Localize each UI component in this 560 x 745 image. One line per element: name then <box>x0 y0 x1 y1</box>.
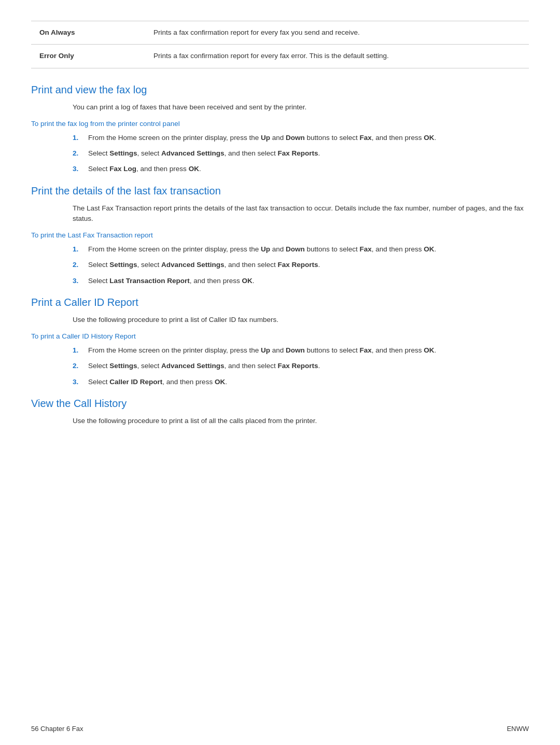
last-fax-intro: The Last Fax Transaction report prints t… <box>73 203 529 224</box>
step-3: 3. Select Caller ID Report, and then pre… <box>73 377 529 387</box>
page-content: On Always Prints a fax confirmation repo… <box>0 0 560 478</box>
caller-id-steps: 1. From the Home screen on the printer d… <box>73 345 529 387</box>
step-number-3: 3. <box>73 276 88 286</box>
subsection-title-caller-id: To print a Caller ID History Report <box>31 332 529 340</box>
section-title-caller-id: Print a Caller ID Report <box>31 297 529 308</box>
step-2: 2. Select Settings, select Advanced Sett… <box>73 148 529 159</box>
step-number-1: 1. <box>73 345 88 356</box>
step-text-1: From the Home screen on the printer disp… <box>88 244 529 255</box>
table-cell-desc: Prints a fax confirmation report for eve… <box>145 21 529 45</box>
section-caller-id: Print a Caller ID Report Use the followi… <box>31 297 529 387</box>
step-text-2: Select Settings, select Advanced Setting… <box>88 260 529 270</box>
subsection-title-fax-log-panel: To print the fax log from the printer co… <box>31 120 529 128</box>
caller-id-intro: Use the following procedure to print a l… <box>73 315 529 325</box>
step-text-1: From the Home screen on the printer disp… <box>88 133 529 143</box>
step-number-2: 2. <box>73 260 88 270</box>
step-text-1: From the Home screen on the printer disp… <box>88 345 529 356</box>
step-number-3: 3. <box>73 164 88 174</box>
section-title-fax-log: Print and view the fax log <box>31 84 529 96</box>
table-row: Error Only Prints a fax confirmation rep… <box>31 45 529 68</box>
step-text-2: Select Settings, select Advanced Setting… <box>88 361 529 371</box>
section-title-last-fax: Print the details of the last fax transa… <box>31 185 529 197</box>
section-print-fax-log: Print and view the fax log You can print… <box>31 84 529 175</box>
last-fax-steps: 1. From the Home screen on the printer d… <box>73 244 529 286</box>
step-text-3: Select Fax Log, and then press OK. <box>88 164 529 174</box>
step-number-1: 1. <box>73 133 88 143</box>
step-number-2: 2. <box>73 361 88 371</box>
step-text-3: Select Last Transaction Report, and then… <box>88 276 529 286</box>
fax-log-steps: From the Home screen on the printer disp… <box>73 133 529 175</box>
footer-left: 56 Chapter 6 Fax <box>31 725 83 733</box>
fax-log-intro: You can print a log of faxes that have b… <box>73 102 529 113</box>
section-call-history: View the Call History Use the following … <box>31 398 529 426</box>
table-cell-label: Error Only <box>31 45 145 68</box>
section-last-fax: Print the details of the last fax transa… <box>31 185 529 286</box>
step-number-3: 3. <box>73 377 88 387</box>
table-row: On Always Prints a fax confirmation repo… <box>31 21 529 45</box>
confirmation-table: On Always Prints a fax confirmation repo… <box>31 21 529 68</box>
step-1: 1. From the Home screen on the printer d… <box>73 345 529 356</box>
subsection-title-last-fax: To print the Last Fax Transaction report <box>31 231 529 239</box>
step-3: 3. Select Last Transaction Report, and t… <box>73 276 529 286</box>
footer: 56 Chapter 6 Fax ENWW <box>0 725 560 733</box>
step-text-3: Select Caller ID Report, and then press … <box>88 377 529 387</box>
section-title-call-history: View the Call History <box>31 398 529 410</box>
step-text-2: Select Settings, select Advanced Setting… <box>88 148 529 159</box>
step-1: 1. From the Home screen on the printer d… <box>73 244 529 255</box>
step-2: 2. Select Settings, select Advanced Sett… <box>73 361 529 371</box>
step-2: 2. Select Settings, select Advanced Sett… <box>73 260 529 270</box>
step-number-2: 2. <box>73 148 88 159</box>
footer-right: ENWW <box>507 725 529 733</box>
step-3: 3. Select Fax Log, and then press OK. <box>73 164 529 174</box>
table-cell-desc: Prints a fax confirmation report for eve… <box>145 45 529 68</box>
table-cell-label: On Always <box>31 21 145 45</box>
step-1: From the Home screen on the printer disp… <box>73 133 529 143</box>
step-number-1: 1. <box>73 244 88 255</box>
call-history-intro: Use the following procedure to print a l… <box>73 416 529 426</box>
